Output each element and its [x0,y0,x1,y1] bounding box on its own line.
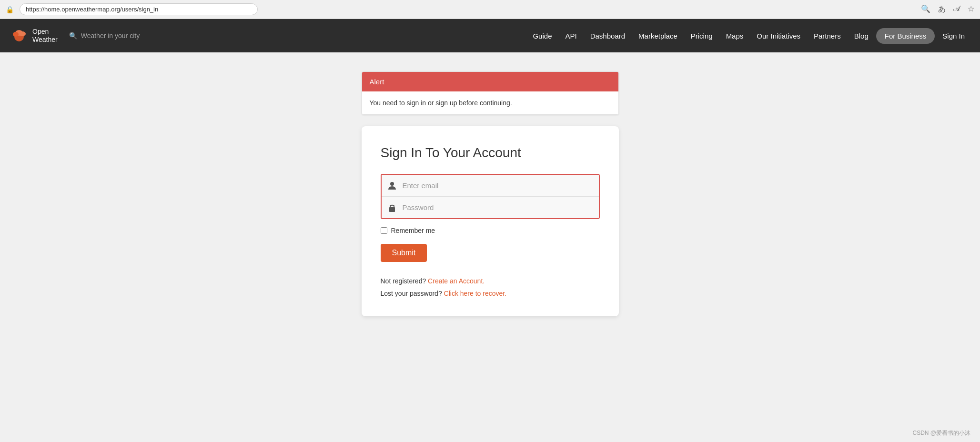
nav-maps[interactable]: Maps [720,28,749,44]
not-registered-text: Not registered? Create an Account. [381,277,600,285]
read-icon[interactable]: 𝒜 [953,4,960,14]
nav-guide[interactable]: Guide [527,28,557,44]
lock-field-icon [382,198,403,218]
browser-toolbar-icons: 🔍 あ 𝒜 ☆ [921,4,974,14]
lock-icon: 🔒 [6,6,14,13]
nav-for-business[interactable]: For Business [876,28,935,44]
signin-card: Sign In To Your Account [362,126,619,316]
alert-box: Alert You need to sign in or sign up bef… [362,71,619,115]
svg-point-2 [19,31,26,36]
nav-blog[interactable]: Blog [849,28,874,44]
signin-title: Sign In To Your Account [381,145,600,161]
password-input[interactable] [403,197,599,218]
search-browser-icon[interactable]: 🔍 [921,4,930,14]
search-bar[interactable]: 🔍 [69,32,167,40]
brand-name: Open Weather [32,28,58,44]
svg-rect-5 [389,207,395,212]
nav-partners[interactable]: Partners [808,28,847,44]
navbar-nav: Guide API Dashboard Marketplace Pricing … [527,28,970,44]
user-icon [382,176,403,196]
remember-me-label[interactable]: Remember me [391,227,435,234]
alert-header: Alert [362,72,618,91]
text-size-icon[interactable]: あ [938,4,946,14]
svg-point-4 [390,182,394,186]
footer-attribution: CSDN @爱看书的小沐 [912,429,970,437]
alert-body: You need to sign in or sign up before co… [362,91,618,114]
email-input[interactable] [403,175,599,196]
signin-links: Not registered? Create an Account. Lost … [381,277,600,297]
nav-marketplace[interactable]: Marketplace [633,28,683,44]
nav-pricing[interactable]: Pricing [685,28,718,44]
star-icon[interactable]: ☆ [968,4,974,14]
submit-button[interactable]: Submit [381,244,427,262]
brand-svg-logo [10,26,29,45]
form-fields-wrapper [381,174,600,219]
password-field-row [382,197,599,218]
remember-me-row: Remember me [381,227,600,234]
remember-me-checkbox[interactable] [381,227,387,234]
url-bar[interactable]: https://home.openweathermap.org/users/si… [20,3,258,15]
nav-dashboard[interactable]: Dashboard [585,28,631,44]
navbar: Open Weather 🔍 Guide API Dashboard Marke… [0,19,980,52]
brand-logo-link[interactable]: Open Weather [10,26,58,45]
email-field-row [382,175,599,197]
search-icon: 🔍 [69,32,77,40]
svg-point-3 [13,32,19,37]
recover-password-link[interactable]: Click here to recover. [444,290,507,297]
lost-password-text: Lost your password? Click here to recove… [381,290,600,297]
nav-our-initiatives[interactable]: Our Initiatives [751,28,806,44]
nav-api[interactable]: API [559,28,582,44]
nav-sign-in[interactable]: Sign In [937,28,970,44]
create-account-link[interactable]: Create an Account. [428,277,485,285]
main-content: Alert You need to sign in or sign up bef… [0,52,980,442]
search-input[interactable] [81,32,167,40]
browser-chrome: 🔒 https://home.openweathermap.org/users/… [0,0,980,19]
